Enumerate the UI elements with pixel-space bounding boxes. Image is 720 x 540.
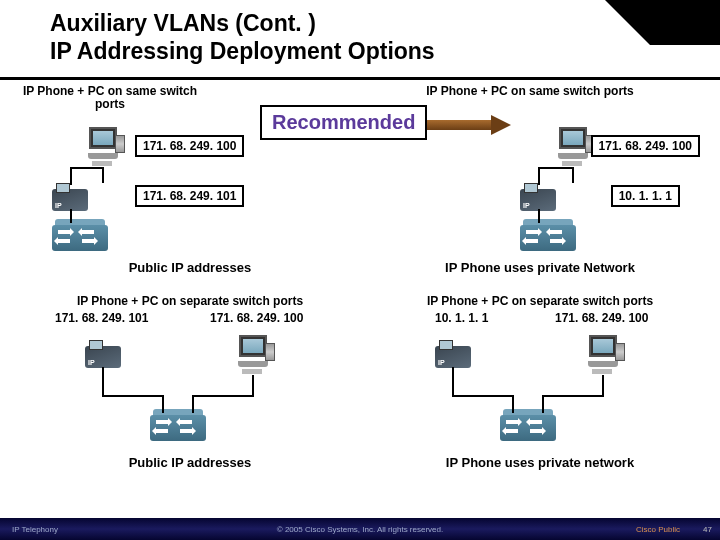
footer-right: Cisco Public <box>636 525 680 534</box>
page-number: 47 <box>703 525 712 534</box>
ip-phone: 10. 1. 1. 1 <box>611 185 680 207</box>
quad-caption: IP Phone uses private network <box>380 455 700 470</box>
phone-icon: IP <box>520 183 556 211</box>
slide-body: Recommended IP Phone + PC on same switch… <box>0 80 720 510</box>
ip-phone: 10. 1. 1. 1 <box>435 311 488 325</box>
phone-icon: IP <box>85 340 121 368</box>
quad-caption: Public IP addresses <box>20 455 360 470</box>
phone-icon: IP <box>435 340 471 368</box>
switch-icon <box>52 225 108 251</box>
quadrant-bottom-left: IP Phone + PC on separate switch ports 1… <box>20 295 360 495</box>
switch-icon <box>500 415 556 441</box>
quad-title: IP Phone + PC on same switch ports <box>20 85 200 111</box>
footer-copyright: © 2005 Cisco Systems, Inc. All rights re… <box>277 525 443 534</box>
quadrant-bottom-right: IP Phone + PC on separate switch ports 1… <box>380 295 700 495</box>
ip-pc: 171. 68. 249. 100 <box>555 311 648 325</box>
quadrant-top-right: IP Phone + PC on same switch ports 171. … <box>380 85 700 285</box>
ip-pc: 171. 68. 249. 100 <box>135 135 244 157</box>
slide-footer: IP Telephony © 2005 Cisco Systems, Inc. … <box>0 518 720 540</box>
pc-icon <box>555 127 595 167</box>
quad-caption: IP Phone uses private Network <box>380 260 700 275</box>
slide-header: Auxiliary VLANs (Cont. ) IP Addressing D… <box>0 0 720 80</box>
title-line2: IP Addressing Deployment Options <box>50 38 435 64</box>
switch-icon <box>520 225 576 251</box>
switch-icon <box>150 415 206 441</box>
pc-icon <box>235 335 275 375</box>
slide-title: Auxiliary VLANs (Cont. ) IP Addressing D… <box>50 10 670 65</box>
quad-caption: Public IP addresses <box>20 260 360 275</box>
ip-pc: 171. 68. 249. 100 <box>591 135 700 157</box>
quad-title: IP Phone + PC on separate switch ports <box>20 295 360 308</box>
phone-icon: IP <box>52 183 88 211</box>
ip-phone: 171. 68. 249. 101 <box>55 311 148 325</box>
quad-title: IP Phone + PC on same switch ports <box>380 85 680 98</box>
ip-pc: 171. 68. 249. 100 <box>210 311 303 325</box>
ip-phone: 171. 68. 249. 101 <box>135 185 244 207</box>
pc-icon <box>85 127 125 167</box>
title-line1: Auxiliary VLANs (Cont. ) <box>50 10 316 36</box>
footer-left: IP Telephony <box>12 525 58 534</box>
pc-icon <box>585 335 625 375</box>
recommended-badge: Recommended <box>260 105 427 140</box>
corner-decoration <box>650 0 720 45</box>
quad-title: IP Phone + PC on separate switch ports <box>380 295 700 308</box>
